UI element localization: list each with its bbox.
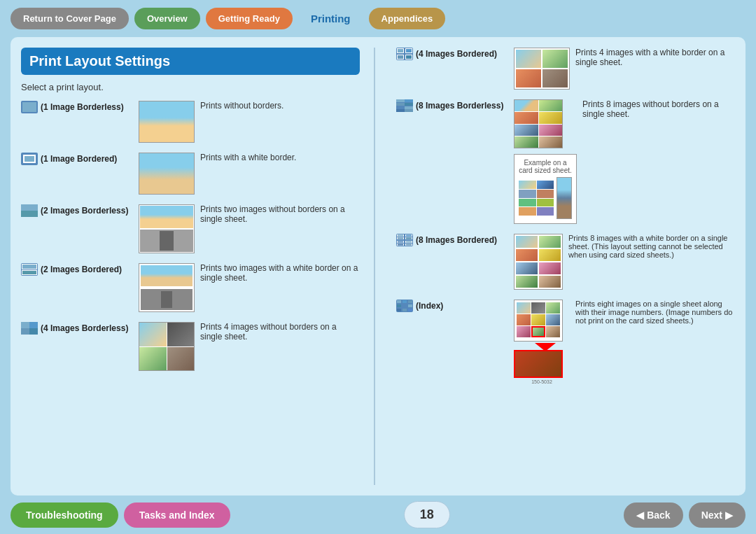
svg-rect-20 (398, 49, 403, 52)
label-2-borderless: (2 Images Borderless) (21, 204, 133, 217)
svg-rect-14 (21, 322, 29, 328)
troubleshooting-button[interactable]: Troubleshooting (10, 503, 118, 528)
card-example-label: Example on a card sized sheet. (519, 159, 572, 174)
svg-rect-46 (398, 241, 403, 243)
icon-2-borderless (21, 204, 38, 217)
card-example: Example on a card sized sheet. (514, 154, 577, 224)
layout-item-index: (Index) (396, 300, 735, 384)
label-1-borderless: (1 Image Borderless) (21, 101, 133, 113)
page-number: 18 (404, 501, 450, 528)
icon-4-borderless (21, 322, 38, 335)
thumb-2-borderless (139, 204, 195, 253)
svg-rect-26 (406, 55, 412, 59)
tasks-index-button[interactable]: Tasks and Index (124, 503, 230, 528)
thumb-8-borderless (514, 99, 563, 148)
bottom-bar: Troubleshooting Tasks and Index 18 ◀ Bac… (0, 496, 756, 534)
svg-rect-57 (397, 304, 401, 307)
icon-4-bordered (396, 48, 413, 60)
icon-2-bordered (21, 263, 38, 276)
layout-item-4-borderless: (4 Images Borderless) Prints 4 images wi… (21, 322, 360, 371)
left-column: Print Layout Settings Select a print lay… (21, 48, 375, 485)
layout-item-2-bordered: (2 Images Bordered) Prints two images wi… (21, 263, 360, 312)
next-button[interactable]: Next ▶ (689, 503, 746, 528)
svg-rect-16 (21, 328, 29, 335)
top-navigation: Return to Cover Page Overview Getting Re… (0, 0, 756, 37)
svg-rect-6 (21, 204, 38, 211)
back-button[interactable]: ◀ Back (624, 503, 682, 528)
section-title: Print Layout Settings (21, 48, 360, 75)
svg-rect-38 (398, 235, 403, 237)
svg-rect-32 (396, 106, 405, 109)
icon-8-bordered (396, 234, 413, 246)
back-arrow-icon: ◀ (636, 510, 644, 521)
svg-rect-12 (22, 271, 36, 274)
layout-item-2-borderless: (2 Images Borderless) Prints two images … (21, 204, 360, 253)
svg-rect-58 (402, 304, 407, 307)
bottom-left-buttons: Troubleshooting Tasks and Index (10, 503, 230, 528)
svg-rect-35 (405, 109, 413, 112)
svg-rect-33 (405, 106, 413, 109)
svg-rect-62 (408, 309, 412, 311)
thumb-8-bordered (514, 234, 563, 290)
svg-rect-10 (22, 265, 36, 269)
next-arrow-icon: ▶ (725, 510, 733, 521)
thumb-1-bordered (139, 153, 195, 195)
thumb-2-bordered (139, 263, 195, 312)
svg-rect-17 (29, 328, 38, 335)
svg-rect-1 (22, 102, 36, 112)
svg-rect-24 (398, 55, 403, 59)
svg-rect-34 (396, 109, 405, 112)
layout-item-4-bordered: (4 Images Bordered) Prints 4 images with… (396, 48, 735, 90)
layout-item-1-borderless: (1 Image Borderless) Prints without bord… (21, 101, 360, 143)
svg-rect-52 (406, 244, 412, 246)
appendices-button[interactable]: Appendices (369, 8, 446, 29)
thumb-4-bordered (514, 48, 570, 90)
thumb-1-borderless (139, 101, 195, 143)
label-4-bordered: (4 Images Bordered) (396, 48, 508, 60)
layout-item-8-borderless: (8 Images Borderless) Example on a card … (396, 99, 735, 224)
svg-rect-44 (406, 238, 412, 239)
svg-rect-59 (408, 304, 412, 307)
thumb-index: 150-5032 (514, 300, 570, 384)
section-subtitle: Select a print layout. (21, 82, 360, 92)
getting-ready-button[interactable]: Getting Ready (206, 8, 293, 29)
icon-1-bordered (21, 153, 38, 165)
bottom-right-buttons: ◀ Back Next ▶ (624, 503, 746, 528)
overview-button[interactable]: Overview (134, 8, 200, 29)
svg-rect-22 (406, 49, 412, 52)
index-label: 150-5032 (514, 379, 570, 384)
label-index: (Index) (396, 300, 508, 312)
printing-button[interactable]: Printing (298, 7, 363, 30)
svg-rect-29 (405, 99, 413, 102)
svg-rect-31 (405, 103, 413, 106)
label-4-borderless: (4 Images Borderless) (21, 322, 133, 335)
thumb-4-borderless (139, 322, 195, 371)
svg-rect-30 (396, 103, 405, 106)
svg-rect-15 (29, 322, 38, 328)
main-content: Print Layout Settings Select a print lay… (10, 37, 746, 496)
label-8-borderless: (8 Images Borderless) (396, 99, 508, 112)
label-1-bordered: (1 Image Bordered) (21, 153, 133, 165)
svg-rect-61 (402, 309, 407, 311)
label-8-bordered: (8 Images Bordered) (396, 234, 508, 246)
svg-rect-50 (398, 244, 403, 246)
label-2-bordered: (2 Images Bordered) (21, 263, 133, 276)
return-cover-button[interactable]: Return to Cover Page (10, 8, 129, 29)
layout-item-8-bordered: (8 Images Bordered) Prints 8 images with… (396, 234, 735, 290)
svg-rect-40 (406, 235, 412, 237)
svg-rect-28 (396, 99, 405, 102)
svg-rect-48 (406, 241, 412, 243)
svg-rect-7 (21, 211, 38, 217)
icon-8-borderless (396, 99, 413, 112)
svg-rect-54 (397, 300, 401, 303)
svg-rect-42 (398, 238, 403, 239)
thumb-8-borderless-group: Example on a card sized sheet. (514, 99, 577, 224)
svg-rect-56 (408, 300, 412, 303)
svg-rect-55 (402, 300, 407, 303)
icon-1-borderless (21, 101, 38, 113)
svg-rect-4 (24, 156, 34, 162)
layout-item-1-bordered: (1 Image Bordered) Prints with a white b… (21, 153, 360, 195)
svg-rect-60 (397, 309, 401, 311)
right-column: (4 Images Bordered) Prints 4 images with… (389, 48, 735, 485)
icon-index (396, 300, 413, 312)
